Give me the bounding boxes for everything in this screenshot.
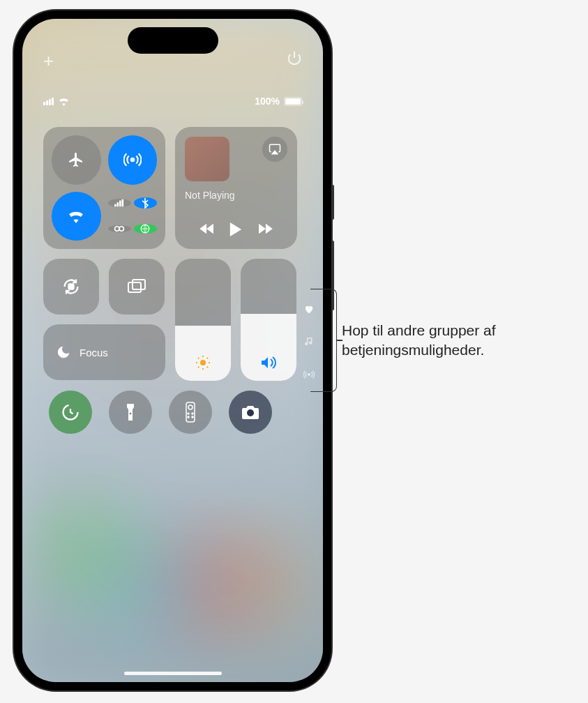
remote-icon xyxy=(186,402,195,423)
orientation-lock-toggle[interactable] xyxy=(43,259,99,315)
svg-point-20 xyxy=(247,409,254,416)
volume-slider[interactable] xyxy=(241,259,296,381)
timer-button[interactable] xyxy=(49,391,92,434)
focus-label: Focus xyxy=(80,347,108,358)
svg-point-13 xyxy=(130,413,132,415)
airdrop-toggle[interactable] xyxy=(108,135,158,185)
airplay-icon xyxy=(269,143,281,156)
status-bar: 100% xyxy=(22,96,323,107)
camera-button[interactable] xyxy=(229,391,272,434)
flashlight-icon xyxy=(126,402,135,422)
svg-rect-4 xyxy=(122,199,124,207)
cellular-icon xyxy=(114,199,124,207)
music-note-icon xyxy=(305,336,313,347)
svg-rect-10 xyxy=(133,280,145,289)
svg-rect-3 xyxy=(119,201,121,207)
svg-point-21 xyxy=(308,374,310,376)
now-playing-label: Not Playing xyxy=(185,190,287,201)
airplane-icon xyxy=(68,151,84,168)
airplane-mode-toggle[interactable] xyxy=(52,135,101,185)
orientation-lock-icon xyxy=(61,277,81,296)
airdrop-icon xyxy=(123,151,142,169)
svg-point-16 xyxy=(188,413,189,414)
wifi-status-icon xyxy=(58,97,70,106)
screen-mirroring-icon xyxy=(127,278,146,295)
home-indicator[interactable] xyxy=(124,672,222,675)
connectivity-more[interactable] xyxy=(108,192,158,241)
vpn-globe-icon xyxy=(140,224,150,234)
battery-percent: 100% xyxy=(255,96,280,107)
album-art xyxy=(185,137,229,181)
svg-rect-1 xyxy=(114,204,116,207)
media-playback-group[interactable]: Not Playing xyxy=(175,127,297,249)
timer-icon xyxy=(61,402,80,422)
cellular-data-toggle[interactable] xyxy=(108,199,131,207)
screen-mirroring-button[interactable] xyxy=(109,259,165,315)
antenna-icon xyxy=(303,370,315,379)
wifi-icon xyxy=(68,209,84,223)
svg-point-18 xyxy=(188,416,189,418)
connectivity-group[interactable] xyxy=(43,127,165,249)
heart-icon xyxy=(304,305,314,314)
group-dot-music[interactable] xyxy=(303,336,315,347)
cellular-signal-icon xyxy=(43,98,54,105)
svg-point-17 xyxy=(192,413,193,414)
personal-hotspot-toggle[interactable] xyxy=(108,225,131,232)
svg-point-15 xyxy=(188,405,193,409)
wifi-toggle[interactable] xyxy=(52,192,101,241)
svg-point-0 xyxy=(131,158,134,161)
control-center: Not Playing xyxy=(43,127,302,444)
play-button[interactable] xyxy=(229,222,242,236)
svg-point-6 xyxy=(119,227,123,231)
screen: + 100% xyxy=(22,19,323,682)
page-group-indicator[interactable] xyxy=(303,305,315,379)
volume-icon xyxy=(259,354,278,371)
vpn-toggle[interactable] xyxy=(134,224,157,234)
forward-button[interactable] xyxy=(257,222,273,235)
svg-point-19 xyxy=(192,416,193,418)
power-button[interactable] xyxy=(287,50,302,72)
svg-rect-8 xyxy=(69,285,74,289)
camera-icon xyxy=(241,404,260,421)
focus-button[interactable]: Focus xyxy=(43,324,165,380)
group-dot-connectivity[interactable] xyxy=(303,370,315,379)
apple-tv-remote-button[interactable] xyxy=(169,391,212,434)
hotspot-icon xyxy=(114,225,125,232)
callout-text: Hop til andre grupper af betjeningsmulig… xyxy=(342,321,572,361)
phone-frame: + 100% xyxy=(14,10,331,690)
bluetooth-icon xyxy=(142,197,149,209)
svg-point-5 xyxy=(115,227,119,231)
bluetooth-toggle[interactable] xyxy=(134,197,157,209)
brightness-icon xyxy=(195,354,211,371)
dynamic-island xyxy=(128,27,218,54)
add-control-button[interactable]: + xyxy=(43,50,54,72)
svg-point-11 xyxy=(200,360,206,365)
group-dot-favorites[interactable] xyxy=(303,305,315,314)
brightness-slider[interactable] xyxy=(175,259,231,381)
rewind-button[interactable] xyxy=(199,222,215,235)
side-button xyxy=(331,185,334,220)
moon-icon xyxy=(56,345,71,360)
flashlight-button[interactable] xyxy=(109,391,152,434)
battery-icon xyxy=(284,97,302,106)
airplay-button[interactable] xyxy=(262,137,287,162)
svg-rect-2 xyxy=(117,202,119,206)
svg-rect-9 xyxy=(128,282,141,292)
